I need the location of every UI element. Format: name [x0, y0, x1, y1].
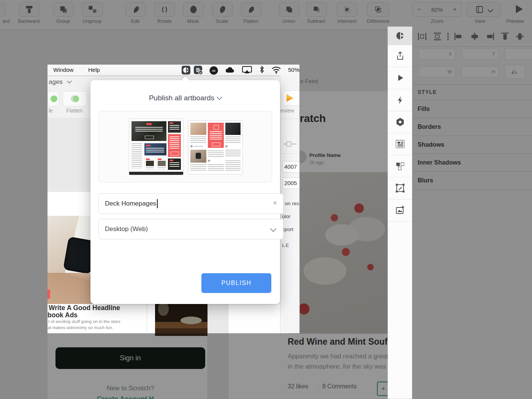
duplicate-tab[interactable]: [388, 155, 412, 177]
zoom-out-button[interactable]: −: [417, 6, 421, 13]
target-select[interactable]: Desktop (Web): [98, 219, 283, 239]
signin-button[interactable]: Sign in: [55, 347, 205, 369]
wifi-icon[interactable]: [271, 66, 281, 75]
artboard-thumbnail-desktop[interactable]: [129, 119, 184, 175]
thumb-small-card: [168, 121, 181, 133]
backward-button[interactable]: [19, 2, 40, 17]
hexagon-tab[interactable]: [388, 111, 412, 133]
flip-button[interactable]: [505, 65, 525, 79]
thumb-badge: [146, 158, 150, 160]
align-left-icon[interactable]: [454, 33, 463, 42]
union-button[interactable]: [279, 2, 299, 17]
play-tab[interactable]: [388, 67, 412, 89]
forward-label: ard: [0, 18, 12, 24]
hexagon-icon: [395, 117, 405, 127]
flatten-button[interactable]: [241, 2, 261, 17]
view-button[interactable]: [467, 2, 501, 17]
creative-cloud-icon[interactable]: ∞: [209, 66, 218, 76]
rotate-button[interactable]: [154, 2, 175, 17]
add-image-tab[interactable]: [388, 199, 412, 222]
align-right-icon[interactable]: [486, 33, 494, 42]
popover-title[interactable]: Publish all artboards: [90, 94, 280, 102]
edit-artboard-tab[interactable]: [388, 177, 412, 200]
craft-menubar-icon[interactable]: [182, 66, 190, 76]
section-blurs[interactable]: Blurs: [418, 177, 433, 184]
airplay-icon[interactable]: [242, 66, 252, 76]
layout-tab[interactable]: [388, 133, 412, 155]
menu-window[interactable]: Window: [53, 66, 73, 73]
forward-button[interactable]: [0, 2, 5, 17]
x-field[interactable]: X: [418, 48, 455, 60]
thumb-logo: [214, 125, 219, 130]
section-shadows[interactable]: Shadows: [418, 141, 444, 148]
backward-icon: [25, 5, 34, 14]
edit-icon: [131, 5, 140, 14]
artboard-title[interactable]: e Feed: [300, 78, 318, 84]
sliver-divider2: [280, 154, 300, 154]
preview-chrome-button[interactable]: [283, 90, 300, 106]
spacing-icon[interactable]: [446, 33, 450, 42]
inspector-divider: [413, 118, 532, 118]
align-top-icon[interactable]: [501, 33, 509, 42]
thumb-sidebar-text: [131, 143, 142, 168]
align-middle-icon[interactable]: [516, 33, 524, 42]
target-select-value: Desktop (Web): [105, 225, 148, 233]
edit-artboard-icon: [395, 183, 405, 193]
flatten-chrome-button[interactable]: [63, 91, 87, 106]
mask-button[interactable]: [183, 2, 204, 17]
inspector-panel: X Y W H STYLE Fills Borders Shadows Inne…: [412, 30, 532, 399]
view-panel-icon: [475, 5, 484, 14]
w-field[interactable]: W: [418, 66, 455, 78]
group-button[interactable]: [53, 2, 74, 17]
post-body-line1: Apparently we had reached a great: [288, 353, 388, 360]
artboard-thumbnail-grid[interactable]: [188, 120, 243, 174]
distribute-horizontal-icon[interactable]: [418, 33, 426, 42]
craft-logo-tab[interactable]: [388, 27, 412, 45]
section-inner-shadows[interactable]: Inner Shadows: [418, 159, 461, 166]
slider-icon[interactable]: [283, 140, 296, 148]
artboard-x-field[interactable]: 4007: [282, 161, 300, 173]
likes-count[interactable]: 32 likes: [288, 383, 308, 390]
edit-button[interactable]: [125, 2, 146, 17]
create-account-link[interactable]: Create Account H: [97, 395, 154, 399]
publish-name-input[interactable]: Deck Homepages ×: [98, 193, 283, 214]
section-borders[interactable]: Borders: [418, 124, 441, 130]
thumb-footer: [129, 172, 183, 175]
share-tab[interactable]: [388, 45, 412, 67]
post-title: Red Wine and Mint Soufflé: [288, 337, 398, 347]
h-field[interactable]: H: [462, 66, 499, 78]
menu-help[interactable]: Help: [88, 66, 100, 73]
y-field[interactable]: Y: [462, 48, 499, 60]
union-icon: [285, 5, 294, 14]
style-header-fragment: LE: [282, 242, 289, 248]
scale-chrome-button[interactable]: [48, 91, 59, 106]
artboard-y-field[interactable]: 2005: [282, 177, 300, 189]
comments-count[interactable]: 8 Comments: [322, 383, 357, 390]
section-fills[interactable]: Fills: [418, 106, 430, 112]
scale-chrome-label: le: [49, 108, 53, 114]
ungroup-button[interactable]: [82, 2, 103, 17]
zoom-in-button[interactable]: +: [453, 6, 457, 13]
align-center-icon[interactable]: [470, 33, 479, 42]
bluetooth-icon[interactable]: [259, 65, 265, 75]
sync-menubar-icon[interactable]: B: [194, 66, 204, 76]
publish-name-value: Deck Homepages: [105, 200, 156, 207]
intersect-button[interactable]: [337, 2, 357, 17]
play-icon: [396, 73, 405, 82]
publish-button[interactable]: PUBLISH: [201, 273, 271, 293]
pages-dropdown[interactable]: ages: [49, 78, 71, 86]
clear-input-icon[interactable]: ×: [273, 199, 277, 207]
thumb-photo: [190, 150, 206, 163]
group-icon: [59, 5, 68, 14]
lightning-tab[interactable]: [388, 89, 412, 111]
preview-button[interactable]: [514, 4, 524, 16]
view-label: View: [468, 18, 492, 24]
cloud-status-icon[interactable]: [225, 66, 235, 76]
inspector-divider: [413, 84, 532, 85]
difference-button[interactable]: [367, 2, 389, 17]
card-title-line2: book Ads: [48, 311, 78, 319]
distribute-vertical-icon[interactable]: [433, 33, 442, 42]
scale-button[interactable]: [212, 2, 233, 17]
rotation-field[interactable]: [505, 48, 532, 60]
subtract-button[interactable]: [306, 2, 327, 17]
